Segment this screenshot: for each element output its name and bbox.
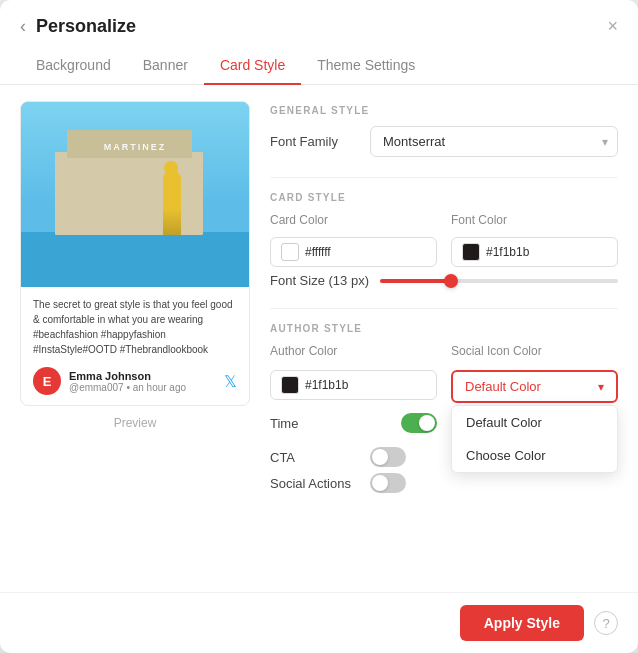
cta-toggle[interactable] (370, 447, 406, 467)
card-color-row: Card Color #ffffff Font Color #1f1b1b (270, 213, 618, 267)
dropdown-option-default[interactable]: Default Color (452, 406, 617, 439)
help-icon[interactable]: ? (594, 611, 618, 635)
card-color-item: Card Color #ffffff (270, 213, 437, 267)
twitter-icon: 𝕏 (224, 372, 237, 391)
dropdown-list: Default Color Choose Color (451, 405, 618, 473)
card-color-value: #ffffff (305, 245, 331, 259)
scene-sea (21, 232, 249, 288)
scene-building (55, 152, 203, 235)
author-color-swatch (281, 376, 299, 394)
author-left: Author Color #1f1b1b (270, 344, 437, 403)
tab-banner[interactable]: Banner (127, 47, 204, 85)
font-size-row: Font Size (13 px) (270, 273, 618, 288)
title-row: ‹ Personalize (20, 16, 136, 37)
card-style-label: CARD STYLE (270, 192, 618, 203)
dropdown-selected-text: Default Color (465, 379, 541, 394)
section-divider-1 (270, 177, 618, 178)
author-handle: @emma007 • an hour ago (69, 382, 216, 393)
preview-content: The secret to great style is that you fe… (21, 287, 249, 405)
social-actions-row: Social Actions (270, 473, 618, 493)
font-color-label: Font Color (451, 213, 618, 227)
author-info: Emma Johnson @emma007 • an hour ago (69, 370, 216, 393)
font-color-value: #1f1b1b (486, 245, 529, 259)
card-color-swatch (281, 243, 299, 261)
social-icon-label: Social Icon Color (451, 344, 618, 358)
time-label: Time (270, 416, 401, 431)
modal-body: MARTINEZ The secret to great style is th… (0, 85, 638, 592)
author-name: Emma Johnson (69, 370, 216, 382)
tab-theme-settings[interactable]: Theme Settings (301, 47, 431, 85)
social-actions-label: Social Actions (270, 476, 360, 491)
avatar: E (33, 367, 61, 395)
card-color-label: Card Color (270, 213, 437, 227)
modal-footer: Apply Style ? (0, 592, 638, 653)
time-toggle[interactable] (401, 413, 437, 433)
author-section-row: Author Color #1f1b1b Social Icon Color D… (270, 344, 618, 403)
tab-card-style[interactable]: Card Style (204, 47, 301, 85)
preview-image: MARTINEZ (21, 102, 249, 287)
modal-title: Personalize (36, 16, 136, 37)
close-button[interactable]: × (607, 16, 618, 37)
martinez-text: MARTINEZ (104, 142, 167, 152)
dropdown-chevron-icon: ▾ (598, 380, 604, 394)
dropdown-selected[interactable]: Default Color ▾ (451, 370, 618, 403)
cta-label: CTA (270, 450, 360, 465)
dropdown-option-choose[interactable]: Choose Color (452, 439, 617, 472)
general-style-label: GENERAL STYLE (270, 105, 618, 116)
section-divider-2 (270, 308, 618, 309)
apply-style-button[interactable]: Apply Style (460, 605, 584, 641)
person-silhouette (163, 170, 181, 235)
font-size-slider[interactable] (380, 279, 618, 283)
social-actions-toggle-knob (372, 475, 388, 491)
tab-bar: Background Banner Card Style Theme Setti… (0, 47, 638, 85)
preview-author-row: E Emma Johnson @emma007 • an hour ago 𝕏 (33, 367, 237, 395)
author-style-label: AUTHOR STYLE (270, 323, 618, 334)
author-color-field[interactable]: #1f1b1b (270, 370, 437, 400)
social-icon-dropdown[interactable]: Default Color ▾ Default Color Choose Col… (451, 370, 618, 403)
author-color-value: #1f1b1b (305, 378, 348, 392)
font-family-select-wrapper: Montserrat Roboto Open Sans Lato Poppins… (370, 126, 618, 157)
font-family-label: Font Family (270, 134, 360, 149)
back-button[interactable]: ‹ (20, 16, 26, 37)
author-color-label: Author Color (270, 344, 437, 358)
social-actions-toggle[interactable] (370, 473, 406, 493)
personalize-modal: ‹ Personalize × Background Banner Card S… (0, 0, 638, 653)
font-color-item: Font Color #1f1b1b (451, 213, 618, 267)
font-color-field[interactable]: #1f1b1b (451, 237, 618, 267)
time-row: Time (270, 413, 437, 433)
preview-description: The secret to great style is that you fe… (33, 297, 237, 357)
preview-panel: MARTINEZ The secret to great style is th… (20, 101, 250, 576)
author-right: Social Icon Color Default Color ▾ Defaul… (451, 344, 618, 403)
preview-card: MARTINEZ The secret to great style is th… (20, 101, 250, 406)
font-color-swatch (462, 243, 480, 261)
font-family-select[interactable]: Montserrat Roboto Open Sans Lato Poppins (370, 126, 618, 157)
modal-header: ‹ Personalize × (0, 0, 638, 37)
card-color-field[interactable]: #ffffff (270, 237, 437, 267)
tab-background[interactable]: Background (20, 47, 127, 85)
cta-toggle-knob (372, 449, 388, 465)
font-family-row: Font Family Montserrat Roboto Open Sans … (270, 126, 618, 157)
slider-fill (380, 279, 451, 283)
slider-thumb (444, 274, 458, 288)
time-toggle-knob (419, 415, 435, 431)
font-size-label: Font Size (13 px) (270, 273, 380, 288)
preview-label: Preview (20, 416, 250, 430)
settings-panel: GENERAL STYLE Font Family Montserrat Rob… (270, 101, 618, 576)
